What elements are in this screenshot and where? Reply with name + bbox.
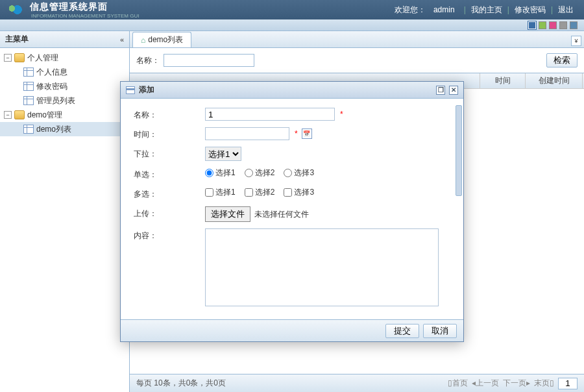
dialog-footer: 提交 取消 [121,319,463,341]
radio-option-3[interactable]: 选择3 [284,167,314,178]
grid-icon [23,67,34,77]
tab-label: demo列表 [148,34,183,45]
welcome-text: 欢迎您：admin [387,5,463,16]
my-home-link[interactable]: 我的主页 [467,5,506,16]
file-choose-button[interactable]: 选择文件 [205,206,250,222]
tab-demo-list[interactable]: ⌂ demo列表 [132,32,191,47]
pager-first[interactable]: ▯首页 [448,378,468,389]
label-checkbox: 多选： [134,187,205,200]
dialog-titlebar[interactable]: 添加 ❐ ✕ [121,82,463,99]
filter-row: 名称： 检索 [130,48,584,73]
pager-page-input[interactable] [558,378,578,389]
pager: 每页 10条，共0条，共0页 ▯首页 ◂上一页 下一页▸ 末页▯ [130,374,584,392]
theme-swatch[interactable] [528,21,536,29]
input-name[interactable] [205,108,335,121]
pager-last[interactable]: 末页▯ [534,378,554,389]
folder-icon [14,53,25,62]
theme-swatch[interactable] [549,21,557,29]
radio-option-1[interactable]: 选择1 [205,167,236,178]
header-right: 欢迎您：admin | 我的主页 | 修改密码 | 退出 [387,5,578,16]
required-icon: * [295,129,298,138]
theme-swatch[interactable] [559,21,567,29]
tree-label: demo管理 [27,110,62,121]
maximize-icon[interactable]: ❐ [436,86,445,95]
scroll-thumb[interactable] [456,105,462,196]
theme-swatch[interactable] [539,21,546,29]
app-header: 信息管理系统界面 INFORMATION MANAGEMENT SYSTEM G… [0,0,584,19]
filter-name-input[interactable] [164,54,254,67]
separator: | [464,5,466,14]
folder-icon [14,110,25,119]
collapse-icon[interactable]: − [4,54,12,62]
separator: | [507,5,509,14]
checkbox-option-2[interactable]: 选择2 [245,187,275,198]
select-dropdown[interactable]: 选择1 [205,147,241,161]
table-icon [126,86,135,94]
tree-label: 管理员列表 [36,95,75,106]
grid-icon [23,125,34,134]
filter-label: 名称： [136,55,160,66]
logout-link[interactable]: 退出 [554,5,578,16]
checkbox-option-1[interactable]: 选择1 [205,187,236,198]
tree-label: 个人信息 [36,67,67,78]
theme-swatch[interactable] [570,21,578,29]
pager-prev[interactable]: ◂上一页 [472,378,499,389]
nav-tree: − 个人管理 个人信息 修改密码 管理员列表 − demo管理 [0,48,129,139]
app-subtitle: INFORMATION MANAGEMENT SYSTEM GUI [31,13,139,19]
separator: | [551,5,553,14]
collapse-sidebar-icon[interactable]: « [120,36,124,43]
change-password-link[interactable]: 修改密码 [511,5,550,16]
dialog-body: 名称： * 时间： * 📅 下拉： 选择1 单选： [121,99,463,319]
grid-icon [23,82,34,91]
sidebar: 主菜单 « − 个人管理 个人信息 修改密码 管理员列表 − [0,31,130,392]
th-created[interactable]: 创建时间 [526,73,583,88]
grid-icon [23,96,34,105]
dialog-title-text: 添加 [139,84,154,95]
close-icon[interactable]: ✕ [449,86,458,95]
theme-bar [0,19,584,31]
tree-node-change-pwd[interactable]: 修改密码 [0,79,129,93]
tab-bar: ⌂ demo列表 ¥ [130,31,584,48]
submit-button[interactable]: 提交 [385,324,419,338]
sidebar-header: 主菜单 « [0,31,129,48]
tree-node-profile[interactable]: 个人信息 [0,65,129,79]
home-icon: ⌂ [141,36,145,45]
logo-icon [6,3,25,16]
label-time: 时间： [134,127,205,140]
search-button[interactable]: 检索 [546,53,578,67]
label-content: 内容： [134,228,205,241]
radio-option-2[interactable]: 选择2 [245,167,275,178]
tree-label: 修改密码 [36,81,67,92]
collapse-icon[interactable]: − [4,111,12,119]
label-radio: 单选： [134,167,205,180]
textarea-content[interactable] [205,228,439,306]
checkbox-option-3[interactable]: 选择3 [284,187,314,198]
th-time[interactable]: 时间 [480,73,526,88]
file-status: 未选择任何文件 [254,209,309,220]
pager-nav: ▯首页 ◂上一页 下一页▸ 末页▯ [448,378,578,389]
cancel-button[interactable]: 取消 [423,324,457,338]
pager-info: 每页 10条，共0条，共0页 [136,378,226,389]
tree-node-admin-list[interactable]: 管理员列表 [0,93,129,108]
calendar-icon[interactable]: 📅 [302,129,312,139]
add-dialog: 添加 ❐ ✕ 名称： * 时间： * 📅 下拉： 选择1 [120,81,464,342]
tree-label: 个人管理 [27,53,58,64]
sidebar-title: 主菜单 [5,34,29,45]
tree-label: demo列表 [36,124,71,135]
app-title: 信息管理系统界面 [30,1,139,13]
required-icon: * [340,110,343,119]
scrollbar[interactable] [456,105,462,313]
label-select: 下拉： [134,147,205,160]
pager-next[interactable]: 下一页▸ [503,378,530,389]
input-time[interactable] [205,127,289,140]
label-name: 名称： [134,108,205,121]
tree-node-demo-list[interactable]: demo列表 [0,122,129,136]
tree-node-demo[interactable]: − demo管理 [0,108,129,122]
label-upload: 上传： [134,206,205,219]
tree-node-personal[interactable]: − 个人管理 [0,51,129,65]
tabs-menu-icon[interactable]: ¥ [571,36,581,46]
